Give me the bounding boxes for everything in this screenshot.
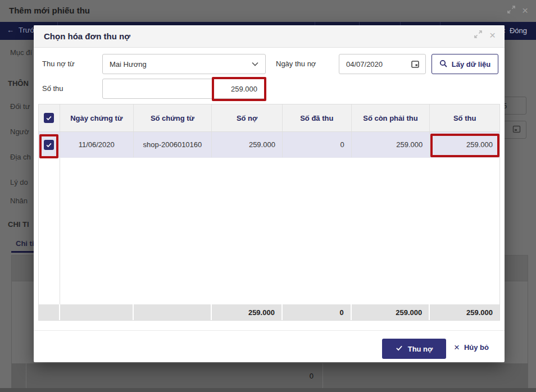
cell-amount: 259.000 <box>430 132 499 157</box>
bg-section-info: THÔN <box>8 79 29 88</box>
bg-label-address: Địa ch <box>10 153 31 161</box>
check-icon <box>396 344 403 353</box>
col-header-doc-date[interactable]: Ngày chứng từ <box>60 104 134 131</box>
background-window-title: Thêm mới phiếu thu <box>9 6 90 15</box>
total-remaining: 259.000 <box>352 304 430 320</box>
payer-select-value: Mai Hương <box>110 60 147 69</box>
col-header-collected[interactable]: Số đã thu <box>283 104 352 131</box>
amount-input[interactable] <box>102 79 266 99</box>
cell-doc-date: 11/06/2020 <box>60 132 134 157</box>
dialog-title: Chọn hóa đơn thu nợ <box>44 31 130 41</box>
close-icon: × <box>454 344 460 351</box>
bg-tab-detail: Chi ti <box>16 239 34 248</box>
invoice-table: Ngày chứng từ Số chứng từ Số nợ Số đã th… <box>38 104 500 321</box>
bg-grid-footer: 0 <box>11 363 528 388</box>
close-page-button: × Đóng <box>501 26 527 35</box>
background-window-titlebar: Thêm mới phiếu thu × <box>0 0 536 22</box>
total-debt: 259.000 <box>212 304 283 320</box>
bg-footer-total: 0 <box>26 363 323 388</box>
table-empty-area <box>39 158 499 304</box>
bg-label-reason: Lý do <box>10 178 28 186</box>
col-header-remaining[interactable]: Số còn phải thu <box>352 104 430 131</box>
table-header-row: Ngày chứng từ Số chứng từ Số nợ Số đã th… <box>39 104 499 132</box>
row-checkbox[interactable] <box>44 140 54 150</box>
footer-divider <box>34 330 505 331</box>
table-row[interactable]: 11/06/2020 shop-2006010160 259.000 0 259… <box>39 132 499 158</box>
chevron-down-icon <box>252 62 258 66</box>
screen: Thêm mới phiếu thu × ← Trước × Đóng Mục … <box>0 0 536 392</box>
close-icon: × <box>522 7 528 15</box>
bg-label-object: Đối tư <box>10 102 30 111</box>
expand-icon[interactable] <box>474 30 482 40</box>
dialog-titlebar: Chọn hóa đơn thu nợ × <box>34 25 505 48</box>
arrow-left-icon: ← <box>7 26 14 34</box>
table-totals-row: 259.000 0 259.000 259.000 <box>39 304 499 320</box>
bg-bottom-strip <box>0 388 536 392</box>
cell-doc-no: shop-2006010160 <box>134 132 212 157</box>
close-icon[interactable]: × <box>489 31 496 39</box>
cell-debt: 259.000 <box>212 132 283 157</box>
payer-label: Thu nợ từ <box>42 60 75 68</box>
col-header-debt[interactable]: Số nợ <box>212 104 283 131</box>
bg-label-employee: Nhân <box>10 197 28 205</box>
select-all-checkbox[interactable] <box>44 113 54 123</box>
cell-collected: 0 <box>283 132 352 157</box>
payer-select[interactable]: Mai Hương <box>102 54 266 74</box>
bg-section-detail: CHI TI <box>8 220 29 229</box>
col-header-amount[interactable]: Số thu <box>430 104 499 131</box>
expand-icon <box>507 6 515 16</box>
col-header-doc-no[interactable]: Số chứng từ <box>134 104 212 131</box>
calendar-icon <box>512 125 521 135</box>
invoice-picker-dialog: Chọn hóa đơn thu nợ × Thu nợ từ Mai Hươn… <box>34 25 505 362</box>
date-label: Ngày thu nợ <box>276 60 316 68</box>
bg-label-purpose: Mục đí <box>10 48 32 57</box>
search-icon <box>439 60 447 69</box>
total-amount: 259.000 <box>430 304 499 320</box>
collect-date-value: 04/07/2020 <box>346 60 383 69</box>
collect-date-input[interactable]: 04/07/2020 <box>339 54 426 74</box>
fetch-data-button[interactable]: Lấy dữ liệu <box>431 54 498 74</box>
bg-label-person: Ngườ <box>10 127 29 136</box>
total-collected: 0 <box>283 304 352 320</box>
calendar-icon[interactable] <box>411 60 420 69</box>
amount-label: Số thu <box>42 84 63 93</box>
cancel-button[interactable]: × Hủy bỏ <box>454 343 489 352</box>
collect-debt-button[interactable]: Thu nợ <box>382 339 446 359</box>
cell-remaining: 259.000 <box>352 132 430 157</box>
